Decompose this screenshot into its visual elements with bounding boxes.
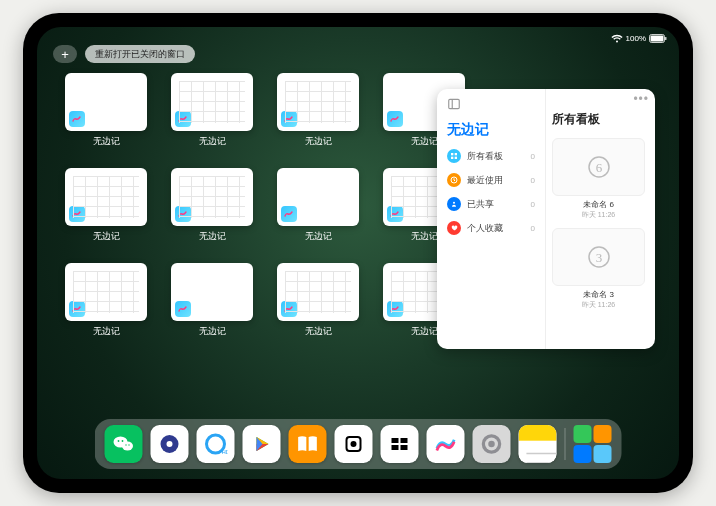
window-label: 无边记: [411, 325, 438, 338]
books-icon[interactable]: [289, 425, 327, 463]
wechat-icon[interactable]: [105, 425, 143, 463]
settings-icon[interactable]: [473, 425, 511, 463]
menu-item-icon: [447, 173, 461, 187]
panel-right: 所有看板 6 未命名 6 昨天 11:26 3 未命名 3 昨天 11:26: [545, 89, 655, 349]
window-thumb[interactable]: 无边记: [171, 73, 253, 148]
panel-menu-item[interactable]: 已共享 0: [447, 197, 535, 211]
new-window-button[interactable]: +: [53, 45, 77, 63]
svg-rect-8: [455, 157, 457, 159]
freeform-app-icon: [175, 301, 191, 317]
svg-point-10: [453, 202, 455, 204]
window-thumb[interactable]: 无边记: [65, 263, 147, 338]
board-time: 昨天 11:26: [552, 210, 645, 220]
svg-rect-2: [665, 37, 666, 40]
freeform-app-icon: [281, 301, 297, 317]
window-face: [277, 263, 359, 321]
menu-item-label: 最近使用: [467, 174, 503, 187]
svg-rect-7: [451, 157, 453, 159]
capcut-icon[interactable]: [381, 425, 419, 463]
windows-area: 无边记 无边记 无边记 无边记 无边记: [65, 73, 465, 338]
window-face: [65, 263, 147, 321]
panel-menu-item[interactable]: 个人收藏 0: [447, 221, 535, 235]
window-label: 无边记: [93, 135, 120, 148]
freeform-app-icon: [387, 206, 403, 222]
freeform-app-icon: [69, 206, 85, 222]
window-label: 无边记: [411, 230, 438, 243]
svg-point-20: [128, 444, 129, 445]
quark-icon[interactable]: [151, 425, 189, 463]
panel-left-title: 无边记: [447, 121, 535, 139]
freeform-app-icon: [387, 301, 403, 317]
dock: HD: [95, 419, 622, 469]
window-face: [171, 263, 253, 321]
freeform-app-icon: [69, 301, 85, 317]
panel-menu: 所有看板 0 最近使用 0 已共享 0 个人收藏 0: [447, 149, 535, 235]
panel-menu-item[interactable]: 最近使用 0: [447, 173, 535, 187]
play-icon[interactable]: [243, 425, 281, 463]
svg-rect-29: [392, 445, 399, 450]
menu-item-label: 所有看板: [467, 150, 503, 163]
freeform-app-icon: [387, 111, 403, 127]
wifi-icon: [611, 34, 623, 43]
board-card[interactable]: 3 未命名 3 昨天 11:26: [552, 228, 645, 310]
battery-percent: 100%: [626, 34, 646, 43]
battery-icon: [649, 34, 667, 43]
window-label: 无边记: [199, 135, 226, 148]
window-label: 无边记: [93, 230, 120, 243]
inshot-icon[interactable]: [335, 425, 373, 463]
recent-apps-icon[interactable]: [574, 425, 612, 463]
svg-rect-30: [401, 445, 408, 450]
window-label: 无边记: [411, 135, 438, 148]
restore-closed-window-button[interactable]: 重新打开已关闭的窗口: [85, 45, 195, 63]
window-thumb[interactable]: 无边记: [171, 168, 253, 243]
boards-list: 6 未命名 6 昨天 11:26 3 未命名 3 昨天 11:26: [552, 138, 645, 310]
window-thumb[interactable]: 无边记: [65, 168, 147, 243]
board-label: 未命名 6: [552, 199, 645, 210]
svg-point-19: [125, 444, 126, 445]
window-thumb[interactable]: 无边记: [65, 73, 147, 148]
svg-text:6: 6: [595, 160, 602, 175]
window-label: 无边记: [199, 325, 226, 338]
freeform-app-icon: [281, 206, 297, 222]
more-icon[interactable]: •••: [633, 92, 649, 106]
window-thumb[interactable]: 无边记: [277, 73, 359, 148]
freeform-app-icon: [175, 111, 191, 127]
svg-rect-35: [519, 441, 557, 463]
status-bar: 100%: [611, 31, 667, 45]
svg-rect-3: [449, 99, 460, 108]
panel-menu-item[interactable]: 所有看板 0: [447, 149, 535, 163]
window-face: [277, 73, 359, 131]
svg-point-16: [122, 442, 133, 451]
freeform-panel: ••• 无边记 所有看板 0 最近使用 0 已共享 0 个人收藏 0 所有看板 …: [437, 89, 655, 349]
notes-icon[interactable]: [519, 425, 557, 463]
menu-item-count: 0: [531, 224, 535, 233]
panel-left: 无边记 所有看板 0 最近使用 0 已共享 0 个人收藏 0: [437, 89, 545, 349]
freeform-app-icon: [69, 111, 85, 127]
menu-item-count: 0: [531, 152, 535, 161]
sidebar-icon: [447, 97, 461, 111]
board-label: 未命名 3: [552, 289, 645, 300]
ipad-frame: 100% + 重新打开已关闭的窗口 无边记 无边记 无边记: [23, 13, 693, 493]
freeform-icon[interactable]: [427, 425, 465, 463]
window-label: 无边记: [199, 230, 226, 243]
svg-point-18: [122, 440, 124, 442]
window-thumb[interactable]: 无边记: [277, 168, 359, 243]
board-preview: 3: [552, 228, 645, 286]
window-face: [65, 168, 147, 226]
svg-rect-28: [401, 438, 408, 443]
window-thumb[interactable]: 无边记: [171, 263, 253, 338]
svg-rect-5: [451, 153, 453, 155]
svg-rect-1: [651, 35, 664, 41]
window-thumb[interactable]: 无边记: [277, 263, 359, 338]
restore-label: 重新打开已关闭的窗口: [95, 48, 185, 61]
window-label: 无边记: [305, 325, 332, 338]
menu-item-icon: [447, 197, 461, 211]
board-card[interactable]: 6 未命名 6 昨天 11:26: [552, 138, 645, 220]
menu-item-label: 已共享: [467, 198, 494, 211]
board-preview: 6: [552, 138, 645, 196]
window-face: [171, 168, 253, 226]
menu-item-count: 0: [531, 200, 535, 209]
dock-separator: [565, 428, 566, 460]
qq-browser-icon[interactable]: HD: [197, 425, 235, 463]
window-label: 无边记: [305, 135, 332, 148]
